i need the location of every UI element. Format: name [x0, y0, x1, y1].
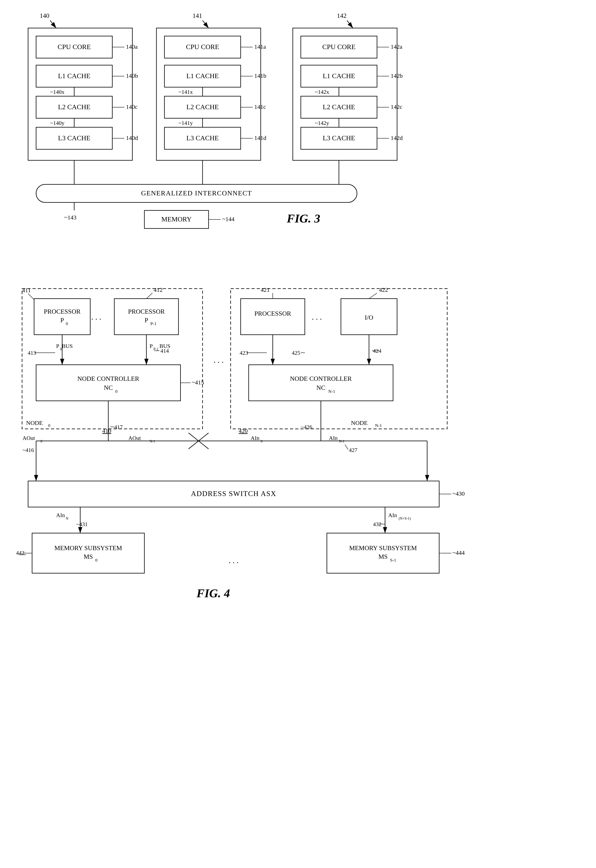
svg-text:. . .: . . . — [312, 313, 322, 322]
svg-text:GENERALIZED INTERCONNECT: GENERALIZED INTERCONNECT — [141, 189, 252, 197]
svg-text:FIG. 3: FIG. 3 — [287, 212, 320, 225]
fig3-diagram: 140 141 142 — [16, 12, 578, 252]
svg-text:. . .: . . . — [91, 313, 101, 322]
svg-text:L2 CACHE: L2 CACHE — [58, 103, 90, 111]
svg-text:MS: MS — [379, 553, 387, 560]
svg-text:442: 442 — [16, 550, 24, 556]
svg-text:(N+S-1): (N+S-1) — [399, 517, 411, 521]
svg-text:0: 0 — [66, 321, 68, 326]
svg-text:N: N — [66, 517, 68, 521]
svg-text:NODE CONTROLLER: NODE CONTROLLER — [77, 375, 139, 382]
svg-text:0: 0 — [60, 347, 62, 351]
svg-line-91 — [28, 294, 34, 300]
svg-text:MEMORY SUBSYSTEM: MEMORY SUBSYSTEM — [54, 544, 122, 552]
svg-text:AIn: AIn — [251, 435, 259, 441]
svg-text:NC: NC — [316, 384, 325, 391]
svg-text:140c: 140c — [126, 103, 138, 110]
svg-text:L1 CACHE: L1 CACHE — [186, 72, 219, 80]
svg-text:AIn: AIn — [388, 512, 397, 518]
svg-text:~144: ~144 — [222, 216, 234, 222]
svg-line-169 — [345, 444, 348, 450]
svg-text:BUS: BUS — [160, 343, 170, 349]
svg-text:P: P — [149, 343, 153, 349]
svg-text:CPU CORE: CPU CORE — [58, 43, 91, 50]
svg-line-4 — [347, 21, 353, 28]
svg-text:PROCESSOR: PROCESSOR — [44, 308, 81, 315]
svg-text:0: 0 — [48, 423, 50, 428]
svg-text:MS: MS — [84, 553, 93, 560]
svg-text:P-1: P-1 — [154, 347, 158, 351]
svg-text:141a: 141a — [254, 43, 266, 50]
svg-text:142d: 142d — [390, 134, 403, 141]
svg-text:141d: 141d — [254, 134, 266, 141]
svg-text:~430: ~430 — [453, 490, 464, 497]
svg-text:N-1: N-1 — [328, 389, 335, 394]
svg-text:ADDRESS SWITCH ASX: ADDRESS SWITCH ASX — [191, 490, 277, 497]
svg-text:AOut: AOut — [128, 435, 141, 441]
svg-text:P: P — [61, 316, 64, 324]
svg-text:~431: ~431 — [76, 521, 88, 527]
svg-text:PROCESSOR: PROCESSOR — [254, 310, 291, 317]
svg-text:. . .: . . . — [214, 356, 223, 365]
svg-line-98 — [146, 293, 152, 299]
svg-text:L3 CACHE: L3 CACHE — [186, 134, 219, 142]
svg-text:~142y: ~142y — [315, 120, 329, 126]
svg-line-129 — [369, 293, 377, 299]
svg-text:420: 420 — [239, 428, 248, 434]
fig3-svg: CPU CORE L1 CACHE L2 CACHE L3 CACHE 140a… — [16, 12, 457, 252]
svg-text:MEMORY: MEMORY — [161, 216, 192, 223]
svg-text:~416: ~416 — [22, 447, 34, 453]
svg-text:427: 427 — [349, 447, 357, 453]
svg-text:L2 CACHE: L2 CACHE — [186, 103, 219, 111]
svg-text:L3 CACHE: L3 CACHE — [323, 134, 355, 142]
svg-text:~141x: ~141x — [179, 89, 193, 95]
svg-text:L1 CACHE: L1 CACHE — [58, 72, 90, 80]
svg-text:L2 CACHE: L2 CACHE — [323, 103, 355, 111]
svg-text:141b: 141b — [254, 72, 266, 79]
svg-rect-112 — [36, 365, 180, 401]
svg-text:BUS: BUS — [62, 343, 72, 349]
svg-text:CPU CORE: CPU CORE — [186, 43, 219, 50]
svg-text:421: 421 — [261, 286, 270, 293]
svg-text:141c: 141c — [254, 103, 266, 110]
svg-text:142b: 142b — [390, 72, 403, 79]
svg-text:422: 422 — [379, 286, 388, 293]
svg-text:~141y: ~141y — [179, 120, 193, 126]
svg-text:AIn: AIn — [329, 435, 338, 441]
svg-text:N-1: N-1 — [375, 423, 382, 428]
svg-text:N-1: N-1 — [149, 439, 155, 443]
svg-text:L1 CACHE: L1 CACHE — [323, 72, 355, 80]
svg-text:NODE CONTROLLER: NODE CONTROLLER — [290, 375, 352, 382]
svg-text:~415: ~415 — [192, 379, 204, 385]
svg-text:0: 0 — [95, 558, 98, 562]
svg-text:410: 410 — [102, 428, 111, 434]
svg-text:0: 0 — [115, 389, 117, 394]
svg-text:I/O: I/O — [365, 314, 373, 321]
svg-text:~140y: ~140y — [50, 120, 64, 126]
svg-text:CPU CORE: CPU CORE — [322, 43, 355, 50]
svg-text:NODE: NODE — [26, 419, 43, 426]
svg-text:417: 417 — [114, 424, 123, 430]
fig4-svg: NODE 0 410 PROCESSOR P 0 411 . . . PROCE… — [16, 277, 578, 858]
page: 140 141 142 — [0, 0, 596, 868]
svg-text:411: 411 — [22, 287, 31, 294]
svg-text:NODE: NODE — [351, 419, 368, 426]
svg-text:NC: NC — [104, 384, 113, 391]
svg-text:S-1: S-1 — [390, 558, 396, 562]
svg-text:~140x: ~140x — [50, 89, 64, 95]
svg-text:MEMORY SUBSYSTEM: MEMORY SUBSYSTEM — [349, 544, 417, 552]
svg-text:140b: 140b — [126, 72, 138, 79]
svg-text:425: 425 — [292, 350, 300, 356]
svg-text:0: 0 — [40, 439, 42, 443]
svg-text:N-1: N-1 — [339, 439, 345, 443]
svg-text:AOut: AOut — [22, 435, 35, 441]
svg-text:AIn: AIn — [56, 512, 65, 518]
svg-text:FIG. 4: FIG. 4 — [196, 587, 230, 600]
svg-line-2 — [50, 21, 56, 28]
svg-text:L3 CACHE: L3 CACHE — [58, 134, 90, 142]
svg-text:P: P — [145, 316, 148, 324]
svg-text:142a: 142a — [390, 43, 402, 50]
svg-text:~444: ~444 — [453, 549, 464, 556]
svg-text:~142x: ~142x — [315, 89, 329, 95]
svg-text:0: 0 — [261, 439, 263, 443]
